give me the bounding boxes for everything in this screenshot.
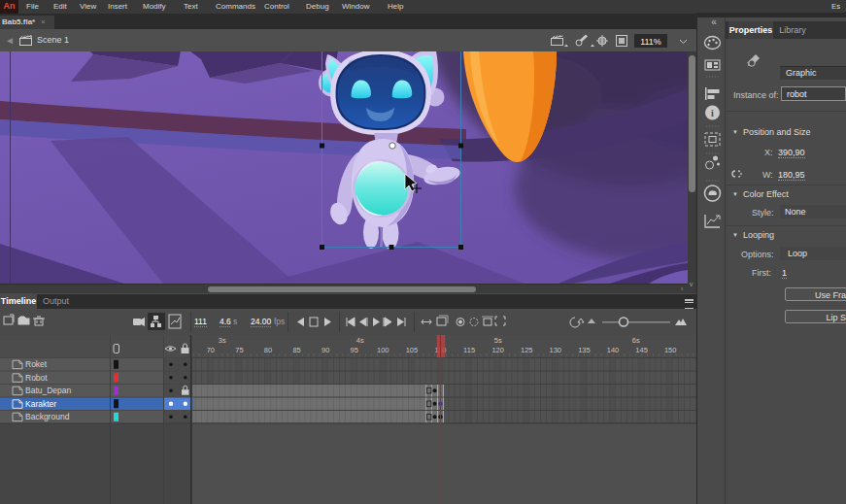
svg-text:Robot: Robot — [25, 373, 48, 383]
svg-text:4s: 4s — [356, 336, 364, 345]
svg-text:111: 111 — [194, 317, 207, 326]
svg-text:6s: 6s — [632, 336, 640, 345]
svg-text:Batu_Depan: Batu_Depan — [25, 386, 72, 395]
svg-text:s: s — [233, 317, 237, 326]
svg-text:«: « — [711, 17, 717, 27]
svg-text:115: 115 — [463, 346, 475, 354]
svg-text:3s: 3s — [219, 336, 226, 345]
svg-text:75: 75 — [235, 346, 243, 354]
svg-text:80: 80 — [264, 346, 272, 354]
svg-text:150: 150 — [664, 346, 677, 354]
svg-text:85: 85 — [292, 346, 300, 354]
svg-text:120: 120 — [491, 346, 504, 354]
svg-text:90: 90 — [321, 346, 329, 354]
svg-text:145: 145 — [635, 346, 648, 354]
svg-text:Karakter: Karakter — [25, 399, 56, 409]
svg-text:135: 135 — [578, 346, 591, 354]
svg-text:4.6: 4.6 — [220, 317, 231, 326]
svg-text:100: 100 — [377, 346, 389, 354]
svg-text:5s: 5s — [494, 336, 502, 345]
svg-text:105: 105 — [406, 346, 419, 354]
svg-text:70: 70 — [207, 346, 215, 354]
svg-text:125: 125 — [521, 346, 533, 354]
svg-text:130: 130 — [550, 346, 562, 354]
svg-text:24.00: 24.00 — [251, 317, 272, 326]
svg-text:i: i — [711, 108, 714, 118]
svg-text:111%: 111% — [640, 37, 661, 47]
svg-text:140: 140 — [607, 346, 620, 354]
svg-text:Roket: Roket — [25, 359, 48, 369]
svg-text:95: 95 — [351, 346, 358, 354]
svg-text:fps: fps — [274, 317, 285, 326]
svg-text:Background: Background — [25, 412, 70, 421]
